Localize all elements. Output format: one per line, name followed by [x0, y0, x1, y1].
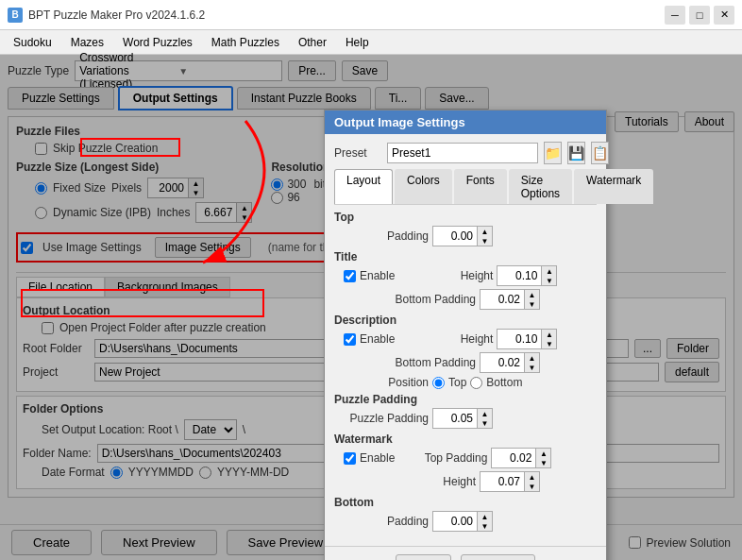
title-bp-up-btn[interactable]: ▲: [524, 290, 539, 299]
bottom-padding-up-btn[interactable]: ▲: [477, 512, 492, 521]
puzzle-padding-input[interactable]: 0.05: [433, 409, 477, 428]
modal-footer: OK Cancel: [325, 546, 606, 560]
puzzle-padding-section-label: Puzzle Padding: [334, 393, 597, 406]
desc-height-up-btn[interactable]: ▲: [541, 330, 556, 339]
wm-height-down-btn[interactable]: ▼: [524, 482, 539, 491]
minimize-button[interactable]: ─: [665, 6, 685, 25]
modal-cancel-button[interactable]: Cancel: [461, 554, 535, 560]
title-height-spinner[interactable]: 0.10 ▲ ▼: [497, 265, 557, 286]
desc-enable-label: Enable: [360, 332, 395, 346]
menu-math-puzzles[interactable]: Math Puzzles: [202, 33, 289, 52]
desc-height-label: Height: [408, 332, 493, 346]
desc-height-input[interactable]: 0.10: [497, 330, 541, 348]
menu-word-puzzles[interactable]: Word Puzzles: [113, 33, 202, 52]
wm-height-up-btn[interactable]: ▲: [524, 472, 539, 482]
menu-sudoku[interactable]: Sudoku: [4, 33, 61, 52]
wm-tp-down-btn[interactable]: ▼: [535, 458, 550, 467]
desc-position-bottom-radio[interactable]: [470, 377, 482, 389]
watermark-enable-checkbox[interactable]: [344, 452, 356, 465]
puzzle-padding-up-btn[interactable]: ▲: [477, 409, 492, 418]
desc-bp-down-btn[interactable]: ▼: [524, 363, 539, 372]
title-bottom-padding-input[interactable]: 0.02: [481, 290, 524, 309]
desc-position-top-radio[interactable]: [432, 377, 445, 389]
modal-tabs: Layout Colors Fonts Size Options Waterma…: [334, 169, 597, 205]
wm-height-spinner[interactable]: 0.07 ▲ ▼: [480, 471, 540, 492]
preset-saveas-btn[interactable]: 📋: [591, 142, 609, 164]
title-height-input[interactable]: 0.10: [497, 266, 541, 285]
desc-bottom-padding-spinner[interactable]: 0.02 ▲ ▼: [480, 352, 540, 373]
title-enable-checkbox[interactable]: [344, 270, 356, 282]
wm-height-input[interactable]: 0.07: [481, 472, 524, 491]
title-enable-label: Enable: [360, 269, 395, 282]
modal-tab-size-options[interactable]: Size Options: [509, 169, 572, 204]
desc-bp-up-btn[interactable]: ▲: [524, 353, 539, 363]
maximize-button[interactable]: □: [689, 6, 710, 25]
desc-bottom-padding-label: Bottom Padding: [391, 356, 476, 369]
preset-folder-btn[interactable]: 📁: [544, 142, 562, 164]
app-title: BPT Puzzle Maker Pro v2024.1.6.2: [28, 8, 205, 22]
output-image-settings-modal: Output Image Settings Preset 📁 💾 📋 Layou…: [324, 110, 607, 560]
top-padding-label: Padding: [344, 229, 429, 243]
title-bp-down-btn[interactable]: ▼: [524, 299, 539, 309]
title-height-down-btn[interactable]: ▼: [541, 276, 556, 285]
watermark-enable-label: Enable: [360, 451, 395, 465]
modal-ok-button[interactable]: OK: [396, 554, 451, 560]
puzzle-padding-down-btn[interactable]: ▼: [477, 418, 492, 428]
title-bottom-padding-label: Bottom Padding: [391, 293, 476, 306]
preset-save-btn[interactable]: 💾: [567, 142, 585, 164]
modal-tab-layout[interactable]: Layout: [334, 169, 393, 204]
menu-mazes[interactable]: Mazes: [61, 33, 113, 52]
top-padding-down-btn[interactable]: ▼: [477, 236, 492, 246]
app-icon: B: [8, 8, 23, 23]
modal-overlay: Output Image Settings Preset 📁 💾 📋 Layou…: [0, 55, 742, 560]
wm-height-label: Height: [391, 475, 476, 488]
top-padding-up-btn[interactable]: ▲: [477, 227, 492, 236]
modal-tab-watermark[interactable]: Watermark: [574, 169, 653, 204]
bottom-padding-down-btn[interactable]: ▼: [477, 521, 492, 531]
title-section-label: Title: [334, 250, 597, 263]
bottom-padding-input[interactable]: 0.00: [433, 512, 477, 531]
desc-position-top-label: Top: [448, 376, 466, 389]
close-button[interactable]: ✕: [714, 6, 734, 25]
top-section-label: Top: [334, 211, 597, 224]
desc-height-down-btn[interactable]: ▼: [541, 339, 556, 348]
menu-other[interactable]: Other: [289, 33, 336, 52]
title-height-up-btn[interactable]: ▲: [541, 266, 556, 276]
wm-top-padding-spinner[interactable]: 0.02 ▲ ▼: [491, 448, 551, 468]
top-padding-input[interactable]: 0.00: [433, 227, 477, 246]
bottom-section-label: Bottom: [334, 496, 597, 509]
modal-tab-colors[interactable]: Colors: [395, 169, 452, 204]
wm-top-padding-input[interactable]: 0.02: [492, 449, 535, 467]
menu-help[interactable]: Help: [336, 33, 379, 52]
bottom-padding-spinner[interactable]: 0.00 ▲ ▼: [432, 511, 493, 532]
modal-tab-fonts[interactable]: Fonts: [454, 169, 507, 204]
wm-top-padding-label: Top Padding: [402, 451, 487, 465]
bottom-padding-label: Padding: [344, 515, 429, 528]
title-bottom-padding-spinner[interactable]: 0.02 ▲ ▼: [480, 289, 540, 310]
title-height-label: Height: [408, 269, 493, 282]
title-bar: B BPT Puzzle Maker Pro v2024.1.6.2 ─ □ ✕: [0, 0, 742, 30]
modal-title-bar: Output Image Settings: [325, 110, 606, 134]
desc-height-spinner[interactable]: 0.10 ▲ ▼: [497, 329, 557, 349]
desc-bottom-padding-input[interactable]: 0.02: [481, 353, 524, 372]
desc-position-label: Position: [344, 376, 429, 389]
puzzle-padding-spinner[interactable]: 0.05 ▲ ▼: [432, 408, 493, 429]
top-padding-spinner[interactable]: 0.00 ▲ ▼: [432, 226, 493, 246]
desc-enable-checkbox[interactable]: [344, 333, 356, 346]
watermark-section-label: Watermark: [334, 433, 597, 446]
desc-position-bottom-label: Bottom: [486, 376, 522, 389]
preset-label: Preset: [334, 146, 381, 160]
modal-title: Output Image Settings: [334, 115, 465, 129]
preset-input[interactable]: [387, 143, 538, 163]
puzzle-padding-label: Puzzle Padding: [344, 412, 429, 425]
wm-tp-up-btn[interactable]: ▲: [535, 449, 550, 458]
description-section-label: Description: [334, 314, 597, 327]
